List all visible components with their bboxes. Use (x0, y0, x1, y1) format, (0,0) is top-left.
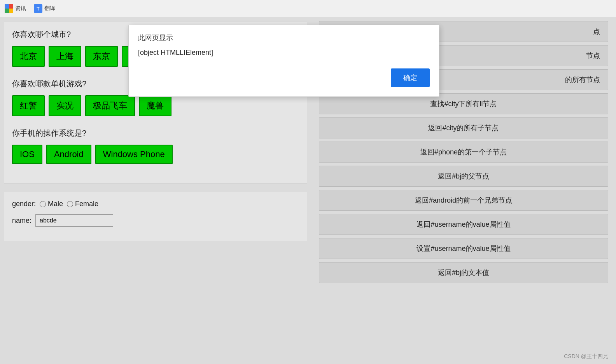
news-label: 资讯 (15, 5, 26, 12)
main-layout: 此网页显示 [object HTMLLIElement] 确定 你喜欢哪个城市?… (0, 17, 616, 364)
dialog-footer: 确定 (138, 68, 430, 87)
svg-rect-3 (9, 9, 13, 13)
google-news-icon (5, 4, 13, 13)
svg-text:T: T (37, 6, 40, 12)
translate-label: 翻译 (44, 5, 55, 12)
dialog-title: 此网页显示 (138, 33, 430, 42)
svg-rect-0 (5, 4, 9, 9)
toolbar-news[interactable]: 资讯 (5, 4, 26, 13)
dialog-content: [object HTMLLIElement] (138, 49, 430, 57)
translate-icon: T (34, 4, 42, 13)
dialog-box: 此网页显示 [object HTMLLIElement] 确定 (128, 25, 439, 97)
dialog-ok-button[interactable]: 确定 (391, 68, 430, 87)
svg-rect-2 (5, 9, 9, 13)
dialog-overlay: 此网页显示 [object HTMLLIElement] 确定 (0, 17, 616, 364)
toolbar-translate[interactable]: T 翻译 (34, 4, 55, 13)
svg-rect-1 (9, 4, 13, 9)
toolbar: 资讯 T 翻译 (0, 0, 616, 17)
